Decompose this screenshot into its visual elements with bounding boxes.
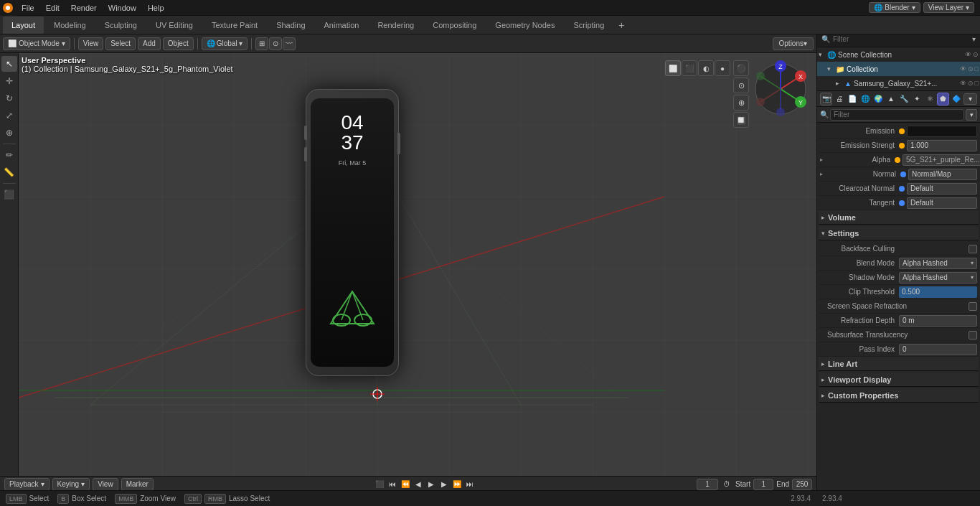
sst-checkbox[interactable] <box>969 331 977 339</box>
ssr-checkbox[interactable] <box>969 302 977 311</box>
outliner-object-item[interactable]: ▸ ▲ Samsung_Galaxy_S21+... 👁 ⊙ □ <box>817 76 980 90</box>
tab-add[interactable]: + <box>614 19 628 31</box>
next-frame-btn[interactable]: ⏩ <box>451 479 463 490</box>
options-btn[interactable]: Options ▾ <box>773 37 814 50</box>
prop-icon-data[interactable]: 🔷 <box>950 93 962 106</box>
view-layer-selector[interactable]: View Layer ▾ <box>923 2 974 13</box>
current-frame-field[interactable]: 1 <box>697 479 718 490</box>
scene-selector[interactable]: 🌐 Blender ▾ <box>869 2 920 13</box>
scene-collection-eye[interactable]: 👁 <box>965 51 971 58</box>
object-camera[interactable]: □ <box>975 80 979 87</box>
tab-rendering[interactable]: Rendering <box>369 17 423 34</box>
outliner-search-input[interactable] <box>833 35 972 43</box>
prop-icon-particles[interactable]: ✦ <box>911 93 923 106</box>
alpha-field[interactable]: 5G_S21+_purple_Re... <box>903 154 980 166</box>
section-custom-props[interactable]: ▸ Custom Properties <box>819 388 979 403</box>
play-btn[interactable]: ▶ <box>425 479 437 490</box>
jump-end-btn[interactable]: ⏭ <box>464 479 476 490</box>
view-timeline-btn[interactable]: View <box>93 478 118 491</box>
tab-uv-editing[interactable]: UV Editing <box>147 17 202 34</box>
end-frame-field[interactable]: 250 <box>792 479 812 490</box>
viewport-shading-btn[interactable]: ⚫ <box>733 60 749 76</box>
viewport-3d[interactable]: 04 37 Fri, Mar 5 <box>19 53 816 476</box>
tab-compositing[interactable]: Compositing <box>424 17 485 34</box>
wireframe-btn[interactable]: ⬜ <box>665 60 681 76</box>
keying-btn[interactable]: Keying ▾ <box>52 478 90 491</box>
backface-checkbox[interactable] <box>969 245 977 253</box>
proportional-type-btn[interactable]: 〰 <box>283 37 296 50</box>
menu-render[interactable]: Render <box>65 0 103 16</box>
outliner-scene-collection[interactable]: ▾ 🌐 Scene Collection 👁 ⊙ <box>817 47 980 62</box>
clip-threshold-field[interactable]: 0.500 <box>899 286 977 298</box>
tool-rotate[interactable]: ↻ <box>1 90 17 106</box>
marker-btn[interactable]: Marker <box>121 478 154 491</box>
view-menu[interactable]: View <box>78 37 104 50</box>
mode-selector[interactable]: ⬜ Object Mode ▾ <box>3 37 70 50</box>
tab-scripting[interactable]: Scripting <box>565 17 613 34</box>
pass-index-field[interactable]: 0 <box>899 344 977 355</box>
prop-icon-scene[interactable]: 🌐 <box>859 93 871 106</box>
refraction-depth-field[interactable]: 0 m <box>899 315 977 327</box>
prop-icon-view-layer[interactable]: 📄 <box>846 93 858 106</box>
object-eye[interactable]: 👁 <box>960 80 966 87</box>
object-restrict[interactable]: ⊙ <box>968 80 974 87</box>
tab-animation[interactable]: Animation <box>316 17 368 34</box>
clearcoat-field[interactable]: Default <box>907 183 977 195</box>
material-btn[interactable]: ◐ <box>698 60 714 76</box>
jump-start-btn[interactable]: ⏮ <box>387 479 398 490</box>
proportional-edit-btn[interactable]: ⊙ <box>269 37 282 50</box>
viewport-gizmo-btn[interactable]: ⊕ <box>733 95 749 111</box>
viewport-overlay-btn[interactable]: ⊙ <box>733 78 749 93</box>
menu-file[interactable]: File <box>16 0 40 16</box>
prop-icon-object[interactable]: ▲ <box>885 93 897 106</box>
normal-field[interactable]: Normal/Map <box>908 169 977 180</box>
object-menu[interactable]: Object <box>163 37 194 50</box>
prop-icon-modifier[interactable]: 🔧 <box>898 93 910 106</box>
viewport-snapping-btn[interactable]: 🔲 <box>733 112 749 128</box>
section-volume[interactable]: ▸ Volume <box>819 210 979 225</box>
menu-window[interactable]: Window <box>103 0 142 16</box>
prop-icon-world[interactable]: 🌍 <box>872 93 884 106</box>
collection-camera[interactable]: □ <box>975 65 979 72</box>
next-keyframe-btn[interactable]: ▶ <box>438 479 450 490</box>
prop-icon-output[interactable]: 🖨 <box>833 93 845 106</box>
rendered-btn[interactable]: ● <box>715 60 730 76</box>
prev-frame-btn[interactable]: ⏪ <box>400 479 411 490</box>
prop-icon-filter[interactable]: ▾ <box>963 93 977 105</box>
emission-strength-field[interactable]: 1.000 <box>907 140 977 151</box>
add-menu[interactable]: Add <box>138 37 161 50</box>
blend-mode-dropdown[interactable]: Alpha Hashed ▾ <box>899 258 977 269</box>
section-settings[interactable]: ▾ Settings <box>819 226 979 240</box>
select-menu[interactable]: Select <box>105 37 136 50</box>
tool-cursor[interactable]: ↖ <box>1 56 17 72</box>
prop-icon-physics[interactable]: ⚛ <box>924 93 936 106</box>
nav-gizmo[interactable]: X Y Z <box>752 60 809 118</box>
section-line-art[interactable]: ▸ Line Art <box>819 357 979 371</box>
prop-icon-render[interactable]: 📷 <box>820 93 832 106</box>
stop-btn[interactable]: ⬛ <box>374 479 385 490</box>
outliner-collection-item[interactable]: ▾ 📁 Collection 👁 ⊙ □ <box>817 62 980 76</box>
collection-eye[interactable]: 👁 <box>960 65 966 72</box>
tool-move[interactable]: ✛ <box>1 73 17 89</box>
solid-btn[interactable]: ⬛ <box>682 60 697 76</box>
start-frame-field[interactable]: 1 <box>753 479 773 490</box>
tab-modeling[interactable]: Modeling <box>45 17 95 34</box>
tool-annotate[interactable]: ✏ <box>1 147 17 163</box>
tab-sculpting[interactable]: Sculpting <box>96 17 146 34</box>
snap-btn[interactable]: ⊞ <box>255 37 268 50</box>
shadow-mode-dropdown[interactable]: Alpha Hashed ▾ <box>899 272 977 284</box>
section-viewport-display[interactable]: ▸ Viewport Display <box>819 373 979 387</box>
tab-shading[interactable]: Shading <box>268 17 314 34</box>
tool-transform[interactable]: ⊕ <box>1 125 17 141</box>
playback-btn[interactable]: Playback ▾ <box>4 478 50 491</box>
tab-layout[interactable]: Layout <box>3 17 44 34</box>
prev-keyframe-btn[interactable]: ◀ <box>413 479 424 490</box>
collection-restrict[interactable]: ⊙ <box>968 65 974 72</box>
tool-add-cube[interactable]: ⬛ <box>1 187 17 202</box>
emission-color[interactable] <box>907 126 977 137</box>
tab-texture-paint[interactable]: Texture Paint <box>203 17 266 34</box>
prop-icon-material[interactable]: ⬟ <box>937 93 949 106</box>
menu-help[interactable]: Help <box>142 0 170 16</box>
transform-selector[interactable]: 🌐 Global ▾ <box>202 37 248 50</box>
tangent-field[interactable]: Default <box>907 197 977 209</box>
